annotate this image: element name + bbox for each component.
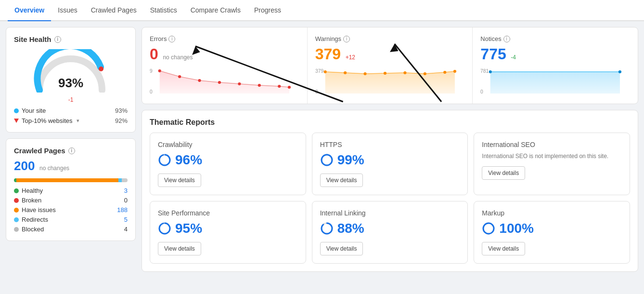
metrics-row: Errors i 0 no changes — [142, 27, 638, 104]
markup-circle-icon — [482, 222, 495, 235]
gauge-container: 93% — [14, 49, 128, 93]
report-internal-linking-pct: 88% — [320, 221, 460, 236]
report-internal-linking-name: Internal Linking — [320, 209, 460, 217]
notices-metric: Notices i 775 -4 — [473, 27, 638, 104]
pb-blocked — [122, 178, 128, 182]
pb-issues — [16, 178, 118, 182]
warnings-value: 379 — [315, 45, 341, 63]
label-issues: Have issues — [22, 206, 56, 214]
dot-redirects — [14, 217, 19, 222]
notices-value-row: 775 -4 — [480, 45, 630, 63]
svg-point-18 — [384, 72, 386, 75]
notices-info-icon[interactable]: i — [503, 36, 510, 42]
site-health-title: Site Health i — [14, 35, 128, 43]
warnings-change: +12 — [346, 54, 355, 61]
view-details-intl-seo[interactable]: View details — [482, 166, 525, 180]
your-site-value: 93% — [115, 107, 128, 114]
svg-point-10 — [278, 85, 281, 88]
svg-point-8 — [238, 82, 241, 85]
svg-marker-25 — [490, 72, 620, 94]
svg-point-37 — [159, 223, 170, 234]
tab-crawled-pages[interactable]: Crawled Pages — [84, 0, 143, 21]
label-healthy: Healthy — [22, 187, 43, 194]
dot-healthy — [14, 188, 19, 193]
thematic-reports-card: Thematic Reports Crawlability 96% View d… — [142, 110, 638, 272]
view-details-crawlability[interactable]: View details — [158, 174, 201, 187]
svg-point-26 — [489, 70, 492, 73]
crawlability-circle-icon — [158, 153, 171, 167]
report-intl-seo-name: International SEO — [482, 141, 622, 148]
svg-point-9 — [258, 84, 261, 87]
errors-value-row: 0 no changes — [150, 45, 299, 63]
warnings-value-row: 379 +12 — [315, 45, 465, 63]
crawl-legend: Healthy 3 Broken 0 Have issues — [14, 187, 128, 233]
site-health-legend: Your site 93% Top-10% websites ▾ 92% — [14, 107, 128, 124]
notices-chart: 781 0 — [480, 67, 630, 96]
your-site-label: Your site — [22, 107, 46, 114]
errors-value: 0 — [150, 45, 158, 63]
notices-change: -4 — [511, 54, 516, 61]
report-https-name: HTTPS — [320, 141, 460, 148]
svg-point-5 — [178, 75, 181, 78]
list-item: Have issues 188 — [14, 206, 128, 214]
warnings-title: Warnings i — [315, 35, 465, 42]
svg-point-17 — [363, 72, 366, 75]
warnings-info-icon[interactable]: i — [343, 36, 350, 42]
svg-text:0: 0 — [150, 89, 153, 94]
view-details-markup[interactable]: View details — [482, 242, 525, 255]
label-redirects: Redirects — [22, 216, 48, 223]
report-crawlability: Crawlability 96% View details — [150, 133, 306, 195]
svg-point-41 — [483, 223, 494, 234]
svg-point-6 — [198, 79, 201, 82]
val-broken: 0 — [124, 197, 128, 204]
svg-point-39 — [322, 223, 332, 234]
dot-blocked — [14, 227, 19, 232]
crawled-pages-info-icon[interactable]: i — [68, 147, 75, 154]
svg-point-4 — [158, 69, 161, 72]
report-https: HTTPS 99% View details — [312, 133, 468, 195]
site-performance-circle-icon — [158, 222, 171, 235]
internal-linking-circle-icon — [320, 222, 334, 235]
report-markup-pct: 100% — [482, 221, 622, 236]
site-health-info-icon[interactable]: i — [54, 36, 61, 43]
sidebar: Site Health i 93% — [6, 27, 136, 288]
tab-compare-crawls[interactable]: Compare Crawls — [184, 0, 247, 21]
warnings-label: Warnings — [315, 35, 341, 42]
report-site-performance-name: Site Performance — [158, 209, 298, 217]
tab-overview[interactable]: Overview — [8, 0, 51, 21]
your-site-legend: Your site 93% — [14, 107, 128, 114]
list-item: Broken 0 — [14, 197, 128, 204]
tab-statistics[interactable]: Statistics — [143, 0, 184, 21]
tab-progress[interactable]: Progress — [247, 0, 288, 21]
list-item: Redirects 5 — [14, 216, 128, 223]
top10-value: 92% — [115, 117, 128, 124]
crawled-count: 200 — [14, 159, 35, 173]
errors-change: no changes — [163, 54, 193, 61]
errors-title: Errors i — [150, 35, 299, 42]
crawled-pages-card: Crawled Pages i 200 no changes Healthy — [6, 138, 136, 241]
view-details-https[interactable]: View details — [320, 174, 363, 187]
tab-issues[interactable]: Issues — [51, 0, 84, 21]
site-health-label: Site Health — [14, 35, 52, 43]
https-circle-icon — [320, 153, 334, 167]
svg-point-21 — [443, 71, 446, 74]
crawled-pages-label: Crawled Pages — [14, 147, 65, 155]
dot-issues — [14, 208, 19, 213]
report-site-performance-pct: 95% — [158, 221, 298, 236]
view-details-site-performance[interactable]: View details — [158, 242, 201, 255]
main-content: Site Health i 93% — [0, 21, 644, 294]
view-details-internal-linking[interactable]: View details — [320, 242, 363, 255]
thematic-reports-title: Thematic Reports — [150, 118, 630, 127]
pb-redirects — [118, 178, 122, 182]
label-broken: Broken — [22, 197, 41, 204]
your-site-dot — [14, 108, 19, 113]
notices-title: Notices i — [480, 35, 630, 42]
top10-label: Top-10% websites — [22, 117, 73, 124]
errors-info-icon[interactable]: i — [168, 36, 175, 42]
svg-marker-14 — [325, 71, 454, 94]
site-health-card: Site Health i 93% — [6, 27, 136, 133]
top10-triangle — [14, 119, 19, 123]
svg-text:781: 781 — [480, 68, 489, 74]
top10-legend: Top-10% websites ▾ 92% — [14, 117, 128, 124]
svg-point-0 — [99, 67, 103, 71]
